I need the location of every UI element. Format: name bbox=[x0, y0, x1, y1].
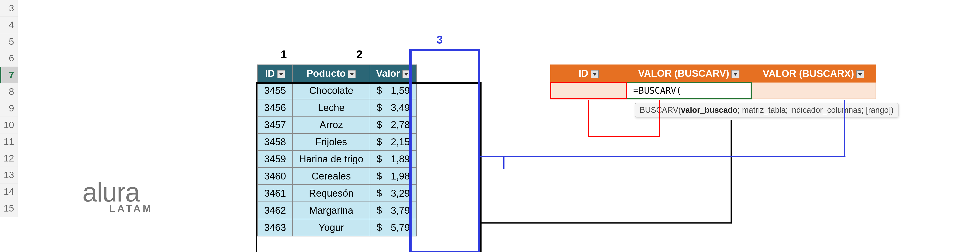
filter-icon[interactable] bbox=[591, 70, 599, 78]
res-header-id[interactable]: ID bbox=[551, 65, 627, 82]
row-header-7[interactable]: 7 bbox=[0, 67, 18, 83]
logo-sub: LATAM bbox=[109, 203, 153, 214]
formula-tooltip: BUSCARV(valor_buscado; matriz_tabla; ind… bbox=[635, 103, 899, 117]
row-header-12[interactable]: 12 bbox=[0, 150, 18, 167]
filter-icon[interactable] bbox=[856, 70, 864, 78]
col-label-2: 2 bbox=[356, 48, 363, 61]
src-header-prod-label: Poducto bbox=[307, 68, 346, 79]
buscarx-cell[interactable] bbox=[751, 82, 876, 99]
col-label-1: 1 bbox=[281, 48, 287, 61]
row-header-14[interactable]: 14 bbox=[0, 184, 18, 200]
src-header-id[interactable]: ID bbox=[258, 65, 293, 82]
src-header-producto[interactable]: Poducto bbox=[293, 65, 370, 82]
col-label-3: 3 bbox=[436, 33, 443, 46]
row-header-9[interactable]: 9 bbox=[0, 100, 18, 117]
row-header-13[interactable]: 13 bbox=[0, 167, 18, 184]
black-connector bbox=[482, 222, 731, 223]
alura-logo: alura LATAM bbox=[83, 180, 153, 214]
filter-icon[interactable] bbox=[732, 70, 740, 78]
src-header-id-label: ID bbox=[265, 68, 275, 79]
blue-connector bbox=[480, 156, 845, 157]
logo-main: alura bbox=[83, 180, 153, 204]
row-header-10[interactable]: 10 bbox=[0, 117, 18, 133]
filter-icon[interactable] bbox=[348, 70, 356, 78]
blue-connector bbox=[844, 100, 845, 157]
row-header-3[interactable]: 3 bbox=[0, 0, 18, 17]
row-header-15[interactable]: 15 bbox=[0, 200, 18, 217]
res-header-v1-label: VALOR (BUSCARV) bbox=[638, 68, 729, 79]
res-header-buscarv[interactable]: VALOR (BUSCARV) bbox=[627, 65, 751, 82]
red-connector bbox=[588, 100, 589, 136]
row-header-6[interactable]: 6 bbox=[0, 50, 18, 67]
row-header-4[interactable]: 4 bbox=[0, 17, 18, 33]
lookup-id-cell[interactable] bbox=[551, 82, 627, 99]
black-connector bbox=[730, 120, 732, 223]
src-header-valor-label: Valor bbox=[376, 68, 400, 79]
column-3-annotation bbox=[409, 49, 480, 252]
formula-cell[interactable]: =BUSCARV( bbox=[627, 82, 751, 99]
row-header-8[interactable]: 8 bbox=[0, 83, 18, 100]
tooltip-arg1: valor_buscado bbox=[681, 105, 737, 114]
red-connector bbox=[659, 100, 660, 137]
blue-connector bbox=[503, 156, 504, 169]
res-header-id-label: ID bbox=[579, 68, 589, 79]
result-table: ID VALOR (BUSCARV) VALOR (BUSCARX) =BUSC… bbox=[550, 65, 876, 100]
row-header-5[interactable]: 5 bbox=[0, 33, 18, 50]
filter-icon[interactable] bbox=[402, 70, 410, 78]
res-header-buscarx[interactable]: VALOR (BUSCARX) bbox=[751, 65, 876, 82]
row-header-11[interactable]: 11 bbox=[0, 133, 18, 150]
filter-icon[interactable] bbox=[277, 70, 285, 78]
red-connector bbox=[588, 136, 659, 137]
res-header-v2-label: VALOR (BUSCARX) bbox=[763, 68, 854, 79]
row-gutter: 3 4 5 6 7 8 9 10 11 12 13 14 15 bbox=[0, 0, 18, 217]
tooltip-rest: ; matriz_tabla; indicador_columnas; [ran… bbox=[737, 105, 893, 114]
